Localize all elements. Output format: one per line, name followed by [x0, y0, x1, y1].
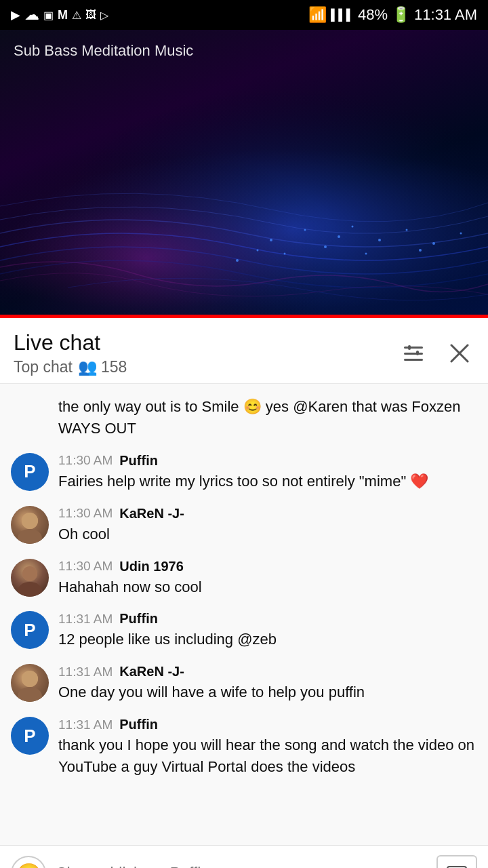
system-icons: 📶 ▌▌▌ 48% 🔋 11:31 AM: [308, 6, 477, 24]
chat-message-6: P 11:31 AM Puffin thank you I hope you w…: [0, 710, 488, 785]
svg-point-7: [378, 239, 381, 241]
message-author-4: Puffin: [119, 611, 158, 627]
message-content-6: 11:31 AM Puffin thank you I hope you wil…: [58, 717, 477, 778]
battery-percent: 48%: [358, 6, 388, 24]
svg-point-14: [365, 253, 367, 255]
svg-rect-20: [416, 351, 419, 355]
message-meta-4: 11:31 AM Puffin: [58, 611, 477, 627]
avatar-karen-2: [11, 664, 49, 702]
chat-header: Live chat Top chat 👥 158: [0, 318, 488, 384]
top-chat-label: Top chat: [14, 358, 73, 376]
chat-message-5: 11:31 AM KaReN -J- One day you will have…: [0, 657, 488, 710]
message-author-3: Udin 1976: [119, 559, 183, 574]
svg-rect-16: [404, 347, 423, 349]
notification-icons: ▶ ☁ ▣ M ⚠ 🖼 ▷: [11, 6, 108, 24]
message-meta-2: 11:30 AM KaReN -J-: [58, 506, 477, 521]
message-text-3: Hahahah now so cool: [58, 576, 477, 598]
svg-rect-19: [408, 345, 411, 350]
svg-point-25: [22, 513, 38, 529]
svg-point-2: [270, 239, 272, 241]
message-meta-3: 11:30 AM Udin 1976: [58, 559, 477, 574]
svg-point-15: [419, 249, 422, 252]
send-button[interactable]: [436, 855, 477, 868]
chat-messages: the only way out is to Smile 😊 yes @Kare…: [0, 384, 488, 845]
chat-message-4: P 11:31 AM Puffin 12 people like us incl…: [0, 604, 488, 657]
message-time-2: 11:30 AM: [58, 506, 113, 521]
svg-rect-17: [404, 353, 423, 355]
message-text-5: One day you will have a wife to help you…: [58, 682, 477, 703]
message-content-3: 11:30 AM Udin 1976 Hahahah now so cool: [58, 559, 477, 598]
clock: 11:31 AM: [414, 6, 477, 24]
message-time-6: 11:31 AM: [58, 717, 113, 732]
wave-visualization: [0, 30, 488, 315]
chat-message-1: P 11:30 AM Puffin Fairies help write my …: [0, 446, 488, 499]
video-title: Sub Bass Meditation Music: [14, 42, 193, 60]
message-author-6: Puffin: [119, 717, 158, 732]
message-time-4: 11:31 AM: [58, 612, 113, 627]
message-text-2: Oh cool: [58, 524, 477, 545]
svg-point-13: [324, 245, 327, 248]
message-author-5: KaReN -J-: [119, 664, 184, 679]
svg-rect-18: [404, 359, 423, 361]
chat-header-left: Live chat Top chat 👥 158: [14, 330, 127, 376]
avatar-puffin-1: P: [11, 453, 49, 491]
svg-point-24: [18, 529, 42, 544]
svg-point-6: [352, 226, 354, 228]
emoji-button[interactable]: 🙂: [11, 856, 46, 868]
chat-header-right: [399, 338, 474, 368]
svg-point-12: [284, 253, 286, 255]
message-content-5: 11:31 AM KaReN -J- One day you will have…: [58, 664, 477, 703]
svg-point-27: [18, 582, 42, 597]
battery-icon: 🔋: [392, 6, 410, 24]
chat-message-3: 11:30 AM Udin 1976 Hahahah now so cool: [0, 552, 488, 605]
message-content-2: 11:30 AM KaReN -J- Oh cool: [58, 506, 477, 545]
wifi-icon: 📶: [308, 6, 327, 24]
chat-input-area: 🙂: [0, 845, 488, 868]
chat-input[interactable]: [56, 865, 427, 869]
video-player[interactable]: Sub Bass Meditation Music: [0, 30, 488, 315]
message-meta-1: 11:30 AM Puffin: [58, 453, 477, 469]
viewer-number: 158: [101, 358, 127, 376]
chat-panel: Live chat Top chat 👥 158: [0, 318, 488, 868]
avatar-puffin-3: P: [11, 717, 49, 755]
viewer-count: 👥 158: [78, 358, 127, 376]
svg-point-11: [236, 259, 239, 262]
message-text-1: Fairies help write my lyrics too so not …: [58, 471, 477, 492]
svg-point-28: [22, 566, 37, 581]
signal-icon: ▌▌▌: [331, 9, 354, 21]
message-time-5: 11:31 AM: [58, 665, 113, 679]
svg-point-30: [18, 687, 42, 702]
svg-point-31: [22, 671, 38, 687]
message-content-4: 11:31 AM Puffin 12 people like us includ…: [58, 611, 477, 650]
status-bar: ▶ ☁ ▣ M ⚠ 🖼 ▷ 📶 ▌▌▌ 48% 🔋 11:31 AM: [0, 0, 488, 30]
youtube-icon: ▶: [11, 7, 20, 22]
svg-point-10: [460, 233, 462, 235]
svg-point-8: [406, 229, 408, 231]
play-icon: ▷: [100, 9, 108, 22]
message-time-1: 11:30 AM: [58, 453, 113, 468]
filter-button[interactable]: [399, 338, 428, 368]
message-text-0: the only way out is to Smile 😊 yes @Kare…: [58, 396, 477, 439]
avatar-udin: [11, 559, 49, 597]
chat-message-0: the only way out is to Smile 😊 yes @Kare…: [0, 389, 488, 446]
chat-message-2: 11:30 AM KaReN -J- Oh cool: [0, 499, 488, 552]
image-icon: 🖼: [85, 9, 96, 21]
svg-point-9: [432, 242, 435, 245]
svg-point-5: [338, 235, 340, 238]
live-chat-title: Live chat: [14, 330, 127, 355]
close-button[interactable]: [445, 338, 474, 368]
message-meta-6: 11:31 AM Puffin: [58, 717, 477, 732]
avatar-karen-1: [11, 506, 49, 544]
message-author-2: KaReN -J-: [119, 506, 184, 521]
m-icon: M: [58, 8, 68, 22]
message-text-6: thank you I hope you will hear the song …: [58, 734, 477, 778]
people-icon: 👥: [78, 358, 98, 376]
warning-icon: ⚠: [72, 9, 81, 22]
message-text-4: 12 people like us including @zeb: [58, 629, 477, 650]
message-author-1: Puffin: [119, 453, 158, 469]
top-chat-row: Top chat 👥 158: [14, 358, 127, 376]
file-icon: ▣: [43, 9, 54, 22]
svg-point-3: [304, 229, 306, 231]
cloud-icon: ☁: [24, 6, 39, 24]
message-content-1: 11:30 AM Puffin Fairies help write my ly…: [58, 453, 477, 492]
